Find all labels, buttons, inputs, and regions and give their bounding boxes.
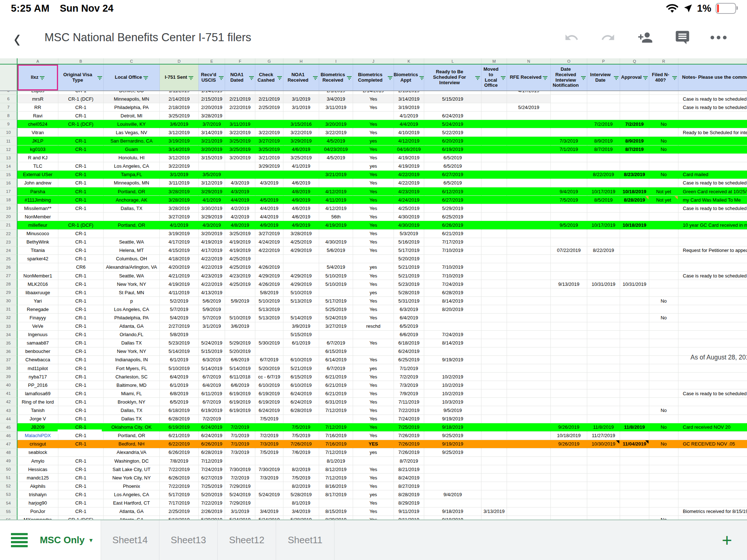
- cell[interactable]: 6/3/2019: [199, 356, 225, 364]
- cell[interactable]: 6/15/2019: [283, 373, 319, 381]
- row-number[interactable]: 43: [0, 406, 18, 415]
- cell[interactable]: [58, 154, 104, 162]
- cell[interactable]: 3/19/2019: [160, 137, 199, 145]
- filter-icon[interactable]: [475, 75, 480, 80]
- cell[interactable]: 7/12/2019: [319, 423, 353, 432]
- filter-icon[interactable]: [672, 75, 677, 80]
- column-letter[interactable]: F: [225, 58, 255, 64]
- cell[interactable]: Tanish: [18, 406, 58, 415]
- cell[interactable]: 7/3/2019: [255, 440, 283, 448]
- cell[interactable]: 4/25/2019: [283, 238, 319, 246]
- cell[interactable]: 6/12/2019: [424, 187, 481, 196]
- cell[interactable]: [551, 474, 587, 482]
- cell[interactable]: 6/21/2019: [319, 389, 353, 398]
- cell[interactable]: 5/10/2019: [225, 314, 255, 322]
- cell[interactable]: Yes: [353, 373, 394, 381]
- cell[interactable]: [507, 516, 551, 520]
- row-1-number[interactable]: [0, 65, 18, 90]
- cell[interactable]: 5/24/2019: [319, 314, 353, 322]
- cell[interactable]: 07/22/2019: [551, 246, 587, 255]
- cell[interactable]: [481, 179, 507, 187]
- column-header-g[interactable]: Check Cashed: [255, 65, 283, 90]
- cell[interactable]: [225, 305, 255, 314]
- filter-icon[interactable]: [97, 75, 102, 80]
- cell[interactable]: [649, 331, 678, 339]
- cell[interactable]: millefleur: [18, 221, 58, 229]
- cell[interactable]: [587, 112, 620, 120]
- cell[interactable]: [551, 331, 587, 339]
- cell[interactable]: [424, 103, 481, 112]
- cell[interactable]: 6/19/2019: [424, 145, 481, 154]
- cell[interactable]: 4/3/2019: [225, 187, 255, 196]
- cell[interactable]: 3/14/2019: [160, 145, 199, 154]
- cell[interactable]: 10/18/2019: [551, 432, 587, 440]
- cell[interactable]: 7/5/2019: [255, 448, 283, 457]
- cell[interactable]: [620, 255, 649, 263]
- cell[interactable]: [481, 288, 507, 297]
- cell[interactable]: [481, 297, 507, 305]
- row-number[interactable]: 9: [0, 120, 18, 128]
- cell[interactable]: [620, 474, 649, 482]
- cell[interactable]: [587, 162, 620, 171]
- cell[interactable]: 3/6/2019: [160, 120, 199, 128]
- cell[interactable]: [649, 128, 678, 137]
- cell[interactable]: CR-1: [58, 347, 104, 356]
- cell[interactable]: 3/20/2019: [199, 145, 225, 154]
- cell[interactable]: 6/24/2019: [255, 406, 283, 415]
- cell[interactable]: 5/2/2019: [160, 297, 199, 305]
- cell[interactable]: 10/18/2019: [620, 221, 649, 229]
- cell[interactable]: [620, 415, 649, 423]
- cell[interactable]: [507, 347, 551, 356]
- cell[interactable]: [620, 213, 649, 221]
- cell[interactable]: 5/30/2019: [255, 339, 283, 347]
- cell[interactable]: CR-1: [58, 356, 104, 364]
- cell[interactable]: [649, 364, 678, 373]
- cell[interactable]: reschd: [353, 322, 394, 331]
- cell[interactable]: 3/1/2019: [160, 171, 199, 179]
- cell[interactable]: [678, 406, 747, 415]
- cell[interactable]: 3/25/2019: [225, 145, 255, 154]
- cell[interactable]: 3/29/2019: [255, 162, 283, 171]
- cell[interactable]: 6/11/2018: [225, 373, 255, 381]
- cell[interactable]: No: [649, 423, 678, 432]
- cell[interactable]: 10/17/2019: [587, 221, 620, 229]
- cell[interactable]: 5/17/2019: [394, 246, 424, 255]
- cell[interactable]: 2/21/2019: [255, 95, 283, 103]
- comment-icon[interactable]: [674, 30, 691, 46]
- cell[interactable]: 5/24/2019: [199, 339, 225, 347]
- cell[interactable]: [587, 179, 620, 187]
- cell[interactable]: [551, 128, 587, 137]
- cell[interactable]: 3/25/2019: [160, 112, 199, 120]
- cell[interactable]: 10/31/2019: [620, 280, 649, 288]
- cell[interactable]: 5/13/2019: [283, 297, 319, 305]
- cell[interactable]: 4/6/2019: [283, 179, 319, 187]
- cell[interactable]: [649, 389, 678, 398]
- cell[interactable]: Baltimore, MD: [104, 381, 160, 389]
- cell[interactable]: [481, 373, 507, 381]
- cell[interactable]: [649, 499, 678, 508]
- cell[interactable]: External USer: [18, 171, 58, 179]
- cell[interactable]: [649, 179, 678, 187]
- cell[interactable]: Yes: [353, 423, 394, 432]
- corner-cell[interactable]: [0, 58, 18, 64]
- cell[interactable]: mandc125: [18, 474, 58, 482]
- cell[interactable]: [481, 398, 507, 406]
- cell[interactable]: 6/6/2019: [225, 356, 255, 364]
- cell[interactable]: 3/29/2019: [283, 137, 319, 145]
- cell[interactable]: 6/26/2019: [199, 440, 225, 448]
- cell[interactable]: [18, 263, 58, 272]
- cell[interactable]: 8/22/2019: [587, 246, 620, 255]
- row-number[interactable]: 36: [0, 347, 18, 356]
- column-header-k[interactable]: Biometrics Appt: [394, 65, 424, 90]
- cell[interactable]: [678, 457, 747, 465]
- cell[interactable]: [649, 457, 678, 465]
- cell[interactable]: 3/13/2019: [481, 508, 507, 516]
- filter-icon[interactable]: [347, 75, 352, 80]
- cell[interactable]: 7/2/2019: [225, 423, 255, 432]
- cell[interactable]: [678, 213, 747, 221]
- cell[interactable]: 3/20/2019: [319, 120, 353, 128]
- cell[interactable]: [620, 457, 649, 465]
- cell[interactable]: 8/7/2019: [394, 457, 424, 465]
- row-number[interactable]: 37: [0, 356, 18, 364]
- cell[interactable]: [353, 457, 394, 465]
